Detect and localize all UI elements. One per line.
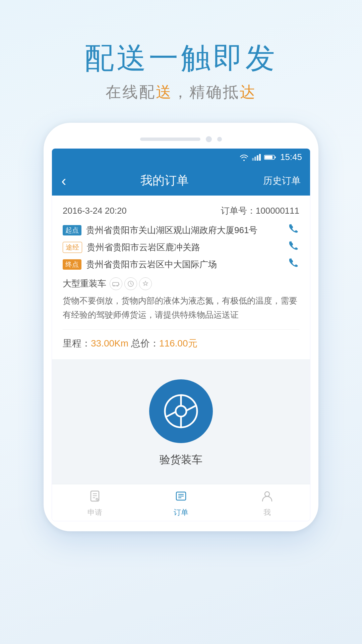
hero-subtitle: 在线配送，精确抵达 [84, 82, 278, 103]
driver-icon-circle [149, 379, 213, 443]
app-navbar: ‹ 我的订单 历史订单 [52, 166, 310, 196]
nav-title: 我的订单 [66, 172, 263, 189]
tag-end: 终点 [63, 259, 81, 270]
svg-point-11 [176, 406, 186, 417]
subtitle-part2: ，精确抵 [173, 83, 240, 101]
camera-dot2 [217, 137, 222, 142]
wifi-icon [239, 154, 249, 161]
vbadge-2 [124, 277, 137, 290]
tab-me[interactable]: 我 [224, 490, 310, 518]
driver-status-label: 验货装车 [160, 452, 202, 467]
order-icon [175, 490, 187, 505]
tab-bar: 申请 订单 [52, 484, 310, 521]
hero-title: 配送一触即发 [84, 40, 278, 76]
distance-value: 33.00Km [91, 338, 128, 348]
phone-mockup: 15:45 ‹ 我的订单 历史订单 2016-3-24 20:20 订单号：10… [44, 123, 318, 531]
status-icons [239, 154, 276, 161]
call-icon-start[interactable] [289, 224, 299, 236]
signal-icon [252, 154, 261, 161]
svg-rect-0 [252, 158, 254, 161]
battery-icon [264, 154, 276, 160]
svg-rect-5 [265, 156, 273, 159]
route-row-via: 途经 贵州省贵阳市云岩区鹿冲关路 [63, 241, 299, 254]
vehicle-type-label: 大型重装车 [63, 278, 106, 289]
svg-point-24 [265, 492, 269, 496]
steering-wheel-icon [163, 393, 199, 430]
svg-rect-1 [254, 157, 256, 161]
order-card: 2016-3-24 20:20 订单号：100000111 起点 贵州省贵阳市关… [52, 196, 310, 359]
order-label: 订单 [174, 507, 188, 518]
phone-top-bar [52, 133, 310, 148]
speaker-bar [140, 138, 200, 141]
route-row-start: 起点 贵州省贵阳市关山湖区观山湖政府大厦961号 [63, 224, 299, 236]
order-meta: 2016-3-24 20:20 订单号：100000111 [63, 205, 299, 217]
call-icon-via[interactable] [289, 241, 299, 254]
route-address-start: 贵州省贵阳市关山湖区观山湖政府大厦961号 [86, 224, 285, 236]
apply-icon [88, 490, 101, 505]
status-time: 15:45 [280, 152, 302, 162]
svg-point-8 [117, 285, 118, 286]
divider [63, 329, 299, 330]
driver-section: 验货装车 [52, 359, 310, 484]
vbadge-3 [139, 277, 152, 290]
status-bar: 15:45 [52, 149, 310, 166]
subtitle-highlight1: 送 [156, 83, 173, 101]
tab-apply[interactable]: 申请 [52, 490, 138, 518]
apply-label: 申请 [87, 507, 102, 518]
back-button[interactable]: ‹ [61, 173, 66, 188]
vehicle-row: 大型重装车 [63, 277, 299, 290]
vehicle-badges [110, 277, 152, 290]
distance-label: 里程： [63, 338, 91, 348]
me-label: 我 [263, 507, 271, 518]
me-icon [261, 490, 274, 505]
price-value: 116.00元 [159, 338, 197, 348]
call-icon-end[interactable] [289, 258, 299, 271]
subtitle-highlight2: 达 [240, 83, 256, 101]
phone-screen: 15:45 ‹ 我的订单 历史订单 2016-3-24 20:20 订单号：10… [52, 148, 310, 521]
history-orders-button[interactable]: 历史订单 [263, 174, 301, 187]
camera-dot [206, 136, 212, 142]
route-address-end: 贵州省贵阳市云岩区中大国际广场 [86, 259, 285, 270]
order-number: 订单号：100000111 [221, 205, 299, 217]
route-row-end: 终点 贵州省贵阳市云岩区中大国际广场 [63, 258, 299, 271]
order-routes: 起点 贵州省贵阳市关山湖区观山湖政府大厦961号 途经 贵州省贵阳市云岩区鹿冲关… [63, 224, 299, 271]
tag-via: 途经 [63, 242, 82, 253]
subtitle-part1: 在线配 [106, 83, 156, 101]
order-no-value: 100000111 [256, 206, 299, 216]
tag-start: 起点 [63, 225, 81, 235]
order-datetime: 2016-3-24 20:20 [63, 206, 127, 216]
price-label: 总价： [128, 338, 159, 348]
svg-line-14 [166, 412, 176, 417]
order-distance-price: 里程：33.00Km 总价：116.00元 [63, 334, 299, 353]
hero-section: 配送一触即发 在线配送，精确抵达 [84, 0, 278, 123]
svg-line-15 [186, 406, 196, 411]
svg-rect-2 [257, 155, 258, 161]
order-no-label: 订单号： [221, 206, 256, 216]
svg-rect-3 [259, 154, 261, 161]
vbadge-1 [110, 277, 122, 290]
route-address-via: 贵州省贵阳市云岩区鹿冲关路 [87, 241, 285, 253]
tab-order[interactable]: 订单 [138, 490, 224, 518]
order-notes: 货物不要倒放，货物内部的液体为液态氮，有极低的温度，需要有经验的驾驶师傅货运，请… [63, 293, 299, 322]
svg-point-7 [113, 285, 115, 286]
